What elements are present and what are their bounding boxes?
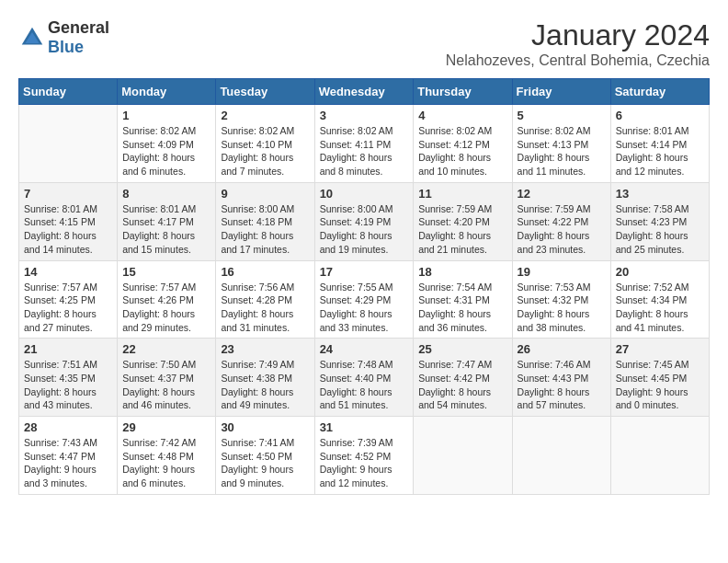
sunrise-text: Sunrise: 7:58 AM xyxy=(616,203,689,214)
day-number: 10 xyxy=(320,187,409,201)
daylight-text: Daylight: 8 hours and 43 minutes. xyxy=(24,386,97,411)
day-info: Sunrise: 8:00 AMSunset: 4:18 PMDaylight:… xyxy=(221,202,309,257)
sunset-text: Sunset: 4:13 PM xyxy=(518,139,589,150)
sunset-text: Sunset: 4:40 PM xyxy=(320,373,392,384)
sunrise-text: Sunrise: 7:39 AM xyxy=(320,437,393,448)
day-number: 31 xyxy=(320,420,409,434)
sunrise-text: Sunrise: 8:02 AM xyxy=(418,125,492,136)
sunrise-text: Sunrise: 8:01 AM xyxy=(122,203,196,214)
day-info: Sunrise: 7:54 AMSunset: 4:31 PMDaylight:… xyxy=(418,281,506,335)
day-info: Sunrise: 7:55 AMSunset: 4:29 PMDaylight:… xyxy=(320,281,409,335)
sunrise-text: Sunrise: 7:43 AM xyxy=(24,437,97,448)
day-number: 25 xyxy=(418,342,506,356)
daylight-text: Daylight: 8 hours and 21 minutes. xyxy=(418,230,491,255)
day-info: Sunrise: 7:48 AMSunset: 4:40 PMDaylight:… xyxy=(320,358,409,412)
calendar-week-row: 1Sunrise: 8:02 AMSunset: 4:09 PMDaylight… xyxy=(19,105,710,183)
sunset-text: Sunset: 4:15 PM xyxy=(24,216,96,227)
day-info: Sunrise: 8:01 AMSunset: 4:17 PMDaylight:… xyxy=(122,202,210,257)
daylight-text: Daylight: 8 hours and 25 minutes. xyxy=(616,230,688,255)
day-info: Sunrise: 7:42 AMSunset: 4:48 PMDaylight:… xyxy=(122,436,210,490)
calendar-day-cell xyxy=(19,105,118,183)
calendar-day-cell: 29Sunrise: 7:42 AMSunset: 4:48 PMDayligh… xyxy=(118,417,216,495)
sunset-text: Sunset: 4:23 PM xyxy=(616,216,688,227)
calendar-day-cell: 12Sunrise: 7:59 AMSunset: 4:22 PMDayligh… xyxy=(512,182,610,260)
sunrise-text: Sunrise: 7:57 AM xyxy=(24,282,97,293)
sunset-text: Sunset: 4:20 PM xyxy=(418,216,490,227)
calendar-header-row: SundayMondayTuesdayWednesdayThursdayFrid… xyxy=(19,79,710,105)
sunset-text: Sunset: 4:29 PM xyxy=(320,294,392,305)
day-info: Sunrise: 7:39 AMSunset: 4:52 PMDaylight:… xyxy=(320,436,409,490)
day-info: Sunrise: 8:02 AMSunset: 4:11 PMDaylight:… xyxy=(320,124,409,178)
daylight-text: Daylight: 9 hours and 6 minutes. xyxy=(122,464,195,488)
calendar-day-cell: 19Sunrise: 7:53 AMSunset: 4:32 PMDayligh… xyxy=(512,260,610,339)
daylight-text: Daylight: 8 hours and 12 minutes. xyxy=(616,152,688,177)
sunset-text: Sunset: 4:45 PM xyxy=(616,373,688,384)
day-number: 26 xyxy=(518,342,606,356)
sunset-text: Sunset: 4:32 PM xyxy=(518,294,589,305)
day-info: Sunrise: 7:53 AMSunset: 4:32 PMDaylight:… xyxy=(518,281,606,335)
sunrise-text: Sunrise: 8:01 AM xyxy=(616,125,689,136)
day-info: Sunrise: 8:01 AMSunset: 4:14 PMDaylight:… xyxy=(616,124,704,178)
logo-icon xyxy=(18,24,46,52)
day-number: 17 xyxy=(320,265,409,279)
daylight-text: Daylight: 8 hours and 10 minutes. xyxy=(418,152,491,177)
day-number: 22 xyxy=(122,342,210,356)
day-info: Sunrise: 8:00 AMSunset: 4:19 PMDaylight:… xyxy=(320,202,409,257)
sunrise-text: Sunrise: 7:41 AM xyxy=(221,437,294,448)
day-info: Sunrise: 8:02 AMSunset: 4:10 PMDaylight:… xyxy=(221,124,309,178)
day-info: Sunrise: 7:43 AMSunset: 4:47 PMDaylight:… xyxy=(24,436,112,490)
daylight-text: Daylight: 8 hours and 6 minutes. xyxy=(122,152,195,177)
calendar-day-cell xyxy=(512,417,610,495)
calendar-day-cell: 21Sunrise: 7:51 AMSunset: 4:35 PMDayligh… xyxy=(19,339,118,417)
sunset-text: Sunset: 4:48 PM xyxy=(122,451,194,462)
day-number: 21 xyxy=(24,342,112,356)
calendar-week-row: 7Sunrise: 8:01 AMSunset: 4:15 PMDaylight… xyxy=(19,182,710,260)
calendar-day-cell: 15Sunrise: 7:57 AMSunset: 4:26 PMDayligh… xyxy=(118,260,216,339)
calendar-day-cell xyxy=(414,417,512,495)
weekday-header: Tuesday xyxy=(216,79,314,105)
calendar-day-cell: 13Sunrise: 7:58 AMSunset: 4:23 PMDayligh… xyxy=(610,182,709,260)
daylight-text: Daylight: 8 hours and 23 minutes. xyxy=(518,230,590,255)
day-number: 2 xyxy=(221,109,309,122)
sunset-text: Sunset: 4:43 PM xyxy=(518,373,589,384)
daylight-text: Daylight: 9 hours and 9 minutes. xyxy=(221,464,293,488)
daylight-text: Daylight: 8 hours and 41 minutes. xyxy=(616,308,688,333)
calendar-day-cell: 7Sunrise: 8:01 AMSunset: 4:15 PMDaylight… xyxy=(19,182,118,260)
day-number: 15 xyxy=(122,265,210,279)
calendar-table: SundayMondayTuesdayWednesdayThursdayFrid… xyxy=(18,78,710,495)
sunrise-text: Sunrise: 8:02 AM xyxy=(122,125,196,136)
calendar-day-cell: 5Sunrise: 8:02 AMSunset: 4:13 PMDaylight… xyxy=(512,105,610,183)
sunset-text: Sunset: 4:38 PM xyxy=(221,373,292,384)
calendar-week-row: 21Sunrise: 7:51 AMSunset: 4:35 PMDayligh… xyxy=(19,339,710,417)
day-info: Sunrise: 8:02 AMSunset: 4:09 PMDaylight:… xyxy=(122,124,210,178)
daylight-text: Daylight: 8 hours and 31 minutes. xyxy=(221,308,293,333)
sunrise-text: Sunrise: 7:59 AM xyxy=(518,203,591,214)
day-number: 30 xyxy=(221,420,309,434)
calendar-day-cell: 16Sunrise: 7:56 AMSunset: 4:28 PMDayligh… xyxy=(216,260,314,339)
weekday-header: Monday xyxy=(118,79,216,105)
sunrise-text: Sunrise: 7:59 AM xyxy=(418,203,492,214)
sunrise-text: Sunrise: 8:02 AM xyxy=(518,125,591,136)
day-number: 4 xyxy=(418,109,506,122)
calendar-day-cell xyxy=(610,417,709,495)
sunset-text: Sunset: 4:52 PM xyxy=(320,451,392,462)
daylight-text: Daylight: 8 hours and 54 minutes. xyxy=(418,386,491,411)
daylight-text: Daylight: 8 hours and 36 minutes. xyxy=(418,308,491,333)
calendar-day-cell: 23Sunrise: 7:49 AMSunset: 4:38 PMDayligh… xyxy=(216,339,314,417)
sunrise-text: Sunrise: 7:56 AM xyxy=(221,282,294,293)
sunset-text: Sunset: 4:14 PM xyxy=(616,139,688,150)
weekday-header: Friday xyxy=(512,79,610,105)
calendar-day-cell: 27Sunrise: 7:45 AMSunset: 4:45 PMDayligh… xyxy=(610,339,709,417)
day-number: 1 xyxy=(122,109,210,122)
day-info: Sunrise: 7:57 AMSunset: 4:26 PMDaylight:… xyxy=(122,281,210,335)
sunset-text: Sunset: 4:17 PM xyxy=(122,216,194,227)
day-number: 23 xyxy=(221,342,309,356)
day-info: Sunrise: 7:51 AMSunset: 4:35 PMDaylight:… xyxy=(24,358,112,412)
calendar-day-cell: 14Sunrise: 7:57 AMSunset: 4:25 PMDayligh… xyxy=(19,260,118,339)
sunset-text: Sunset: 4:25 PM xyxy=(24,294,96,305)
day-number: 20 xyxy=(616,265,704,279)
day-number: 18 xyxy=(418,265,506,279)
calendar-day-cell: 2Sunrise: 8:02 AMSunset: 4:10 PMDaylight… xyxy=(216,105,314,183)
calendar-day-cell: 30Sunrise: 7:41 AMSunset: 4:50 PMDayligh… xyxy=(216,417,314,495)
daylight-text: Daylight: 8 hours and 27 minutes. xyxy=(24,308,97,333)
